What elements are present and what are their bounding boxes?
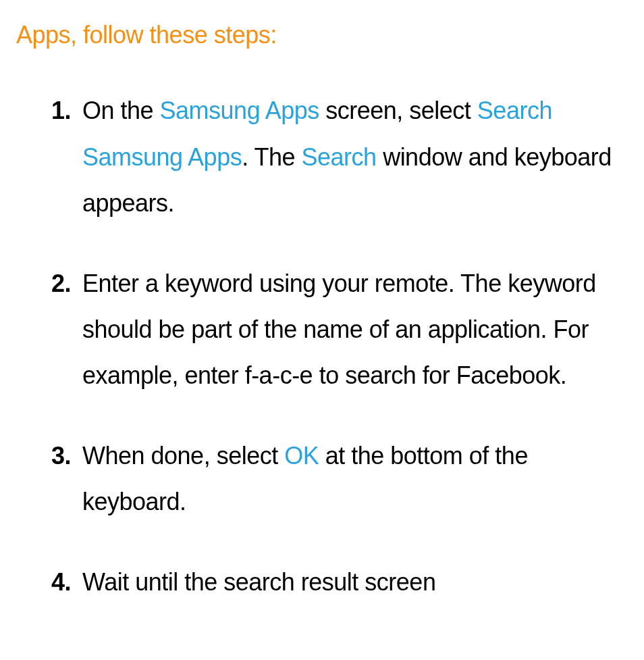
step-number: 2. [51,261,71,307]
text-run: . The [242,143,301,171]
section-heading: Apps, follow these steps: [16,12,628,58]
step-item: 1. On the Samsung Apps screen, select Se… [82,88,628,226]
highlighted-term: Search [302,143,377,171]
step-number: 3. [51,433,71,479]
text-run: When done, select [82,442,284,469]
text-run: On the [82,97,160,124]
step-text: Enter a keyword using your remote. The k… [82,270,596,390]
text-run: screen, select [319,97,477,124]
step-item: 3. When done, select OK at the bottom of… [82,433,628,526]
text-run: Enter a keyword using your remote. The k… [82,270,596,390]
step-text: On the Samsung Apps screen, select Searc… [82,97,612,217]
step-text: When done, select OK at the bottom of th… [82,442,528,515]
text-run: Wait until the search result screen [82,568,435,596]
step-text: Wait until the search result screen [82,568,435,596]
step-number: 4. [51,559,71,605]
step-item: 2. Enter a keyword using your remote. Th… [82,261,628,399]
step-number: 1. [51,88,71,134]
step-item: 4. Wait until the search result screen [82,559,628,605]
highlighted-term: Samsung Apps [160,97,319,124]
highlighted-term: OK [284,442,319,469]
steps-list: 1. On the Samsung Apps screen, select Se… [16,88,628,605]
